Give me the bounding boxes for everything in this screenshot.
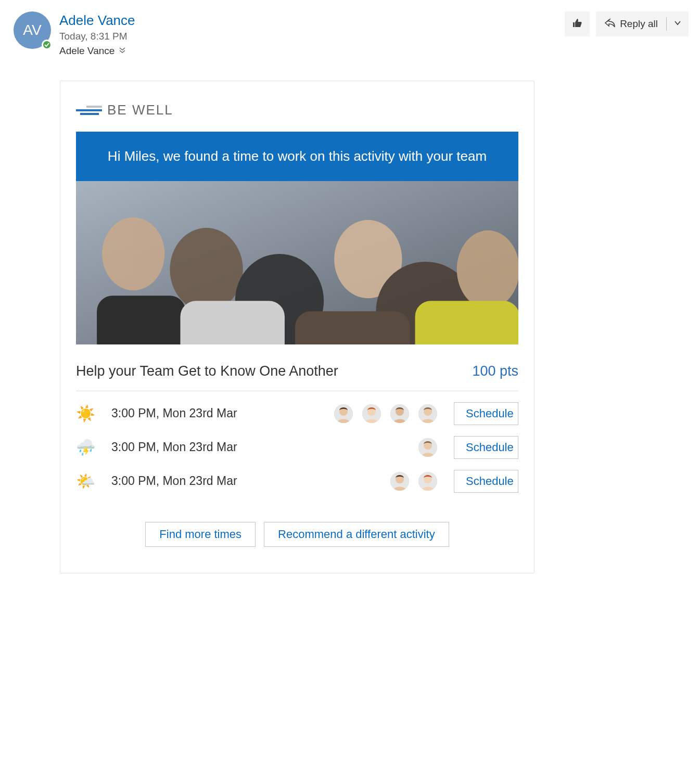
attendee-avatar[interactable] (390, 404, 409, 423)
svg-rect-8 (180, 301, 284, 344)
attendee-avatar[interactable] (418, 404, 437, 423)
schedule-button[interactable]: Schedule (454, 470, 518, 493)
brand-logo-icon (76, 106, 102, 115)
svg-rect-7 (97, 296, 185, 344)
thumbs-up-icon (572, 18, 582, 30)
recipients-row[interactable]: Adele Vance (59, 45, 565, 57)
reply-all-icon (604, 18, 616, 30)
slot-time: 3:00 PM, Mon 23rd Mar (111, 474, 390, 488)
message-header: AV Adele Vance Today, 8:31 PM Adele Vanc… (0, 0, 700, 57)
time-slot-list: ☀️3:00 PM, Mon 23rd MarSchedule⛈️3:00 PM… (76, 396, 518, 498)
attendee-avatar[interactable] (390, 472, 409, 491)
slot-time: 3:00 PM, Mon 23rd Mar (111, 406, 334, 420)
brand: BE WELL (76, 102, 518, 118)
header-actions: Reply all (565, 11, 689, 36)
expand-recipients-icon[interactable] (119, 45, 126, 57)
sunny-icon: ☀️ (76, 404, 95, 423)
attendee-avatar[interactable] (334, 404, 353, 423)
find-more-times-button[interactable]: Find more times (145, 522, 256, 547)
partly-cloudy-icon: 🌤️ (76, 472, 95, 491)
attendee-list (390, 472, 437, 491)
recommend-activity-button[interactable]: Recommend a different activity (264, 522, 449, 547)
reply-all-label: Reply all (620, 18, 658, 30)
schedule-button[interactable]: Schedule (454, 436, 518, 459)
schedule-button[interactable]: Schedule (454, 402, 518, 425)
hero-banner: Hi Miles, we found a time to work on thi… (76, 132, 518, 181)
storm-icon: ⛈️ (76, 438, 95, 457)
attendee-avatar[interactable] (418, 438, 437, 457)
hero-image (76, 181, 518, 344)
brand-text: BE WELL (107, 102, 173, 118)
activity-card: BE WELL Hi Miles, we found a time to wor… (60, 81, 534, 573)
header-meta: Adele Vance Today, 8:31 PM Adele Vance (59, 11, 565, 57)
time-slot-row: 🌤️3:00 PM, Mon 23rd MarSchedule (76, 464, 518, 498)
avatar-initials: AV (23, 22, 41, 39)
attendee-list (418, 438, 437, 457)
chevron-down-icon (674, 19, 681, 29)
like-button[interactable] (565, 11, 590, 36)
reply-all-split-button[interactable]: Reply all (596, 11, 689, 36)
divider (76, 391, 518, 391)
svg-point-2 (170, 228, 243, 311)
avatar-wrap: AV (14, 11, 51, 49)
footer-actions: Find more times Recommend a different ac… (76, 522, 518, 547)
activity-points: 100 pts (472, 363, 518, 379)
time-slot-row: ⛈️3:00 PM, Mon 23rd MarSchedule (76, 430, 518, 464)
svg-rect-9 (295, 311, 410, 344)
activity-title-row: Help your Team Get to Know One Another 1… (76, 363, 518, 379)
svg-point-6 (457, 231, 518, 309)
attendee-avatar[interactable] (362, 404, 381, 423)
svg-rect-10 (415, 301, 518, 344)
recipients-text: Adele Vance (59, 45, 114, 57)
message-timestamp: Today, 8:31 PM (59, 31, 565, 42)
reply-options-button[interactable] (667, 11, 689, 36)
sender-name[interactable]: Adele Vance (59, 12, 565, 29)
svg-point-1 (102, 217, 164, 290)
activity-title: Help your Team Get to Know One Another (76, 363, 338, 379)
attendee-list (334, 404, 437, 423)
slot-time: 3:00 PM, Mon 23rd Mar (111, 440, 418, 454)
time-slot-row: ☀️3:00 PM, Mon 23rd MarSchedule (76, 396, 518, 430)
reply-all-button[interactable]: Reply all (596, 11, 666, 36)
presence-available-icon (42, 40, 52, 50)
hero-message: Hi Miles, we found a time to work on thi… (108, 148, 487, 164)
attendee-avatar[interactable] (418, 472, 437, 491)
